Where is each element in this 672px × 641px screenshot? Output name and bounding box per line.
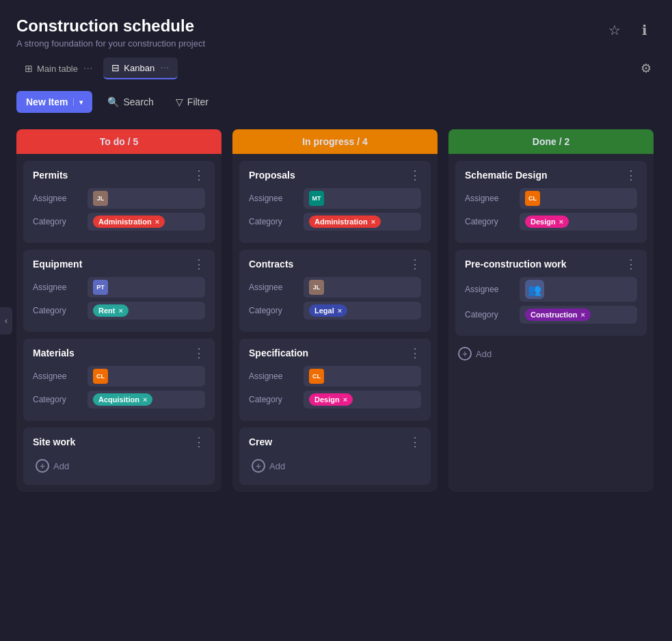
info-icon: ℹ xyxy=(642,22,647,38)
card-schematic-design: Schematic Design⋮AssigneeCLCategoryDesig… xyxy=(455,161,647,243)
column-body-done: Schematic Design⋮AssigneeCLCategoryDesig… xyxy=(448,154,654,492)
field-value-assignee-contracts[interactable]: JL xyxy=(304,277,421,298)
field-value-category-proposals[interactable]: Administration× xyxy=(304,213,421,231)
card-menu-contracts[interactable]: ⋮ xyxy=(409,258,421,270)
column-header-todo: To do / 5 xyxy=(16,129,221,154)
card-materials: Materials⋮AssigneeCLCategoryAcquisition× xyxy=(23,339,215,421)
card-menu-pre-construction[interactable]: ⋮ xyxy=(625,258,637,270)
field-assignee-pre-construction: Assignee👥 xyxy=(465,277,637,302)
avatar-materials: CL xyxy=(93,369,108,384)
tab-main-table[interactable]: ⊞ Main table ··· xyxy=(16,58,100,79)
category-tag-remove-proposals[interactable]: × xyxy=(371,218,375,226)
new-item-label: New Item xyxy=(26,96,68,107)
field-category-specification: CategoryDesign× xyxy=(249,391,421,408)
category-tag-specification: Design× xyxy=(309,393,353,406)
field-label-assignee-schematic-design: Assignee xyxy=(465,194,513,203)
filter-button[interactable]: ▽ Filter xyxy=(169,92,215,112)
card-menu-permits[interactable]: ⋮ xyxy=(193,169,205,181)
column-header-inprogress: In progress / 4 xyxy=(232,129,438,154)
category-tag-label-contracts: Legal xyxy=(314,306,334,315)
field-label-assignee-contracts: Assignee xyxy=(249,283,297,292)
field-assignee-materials: AssigneeCL xyxy=(33,366,205,387)
category-tag-remove-equipment[interactable]: × xyxy=(118,306,122,315)
category-tag-label-materials: Acquisition xyxy=(98,395,139,404)
tab-kanban[interactable]: ⊟ Kanban ··· xyxy=(103,57,177,79)
sidebar-toggle[interactable]: ‹ xyxy=(0,307,12,335)
avatar-specification: CL xyxy=(309,369,324,384)
field-value-assignee-materials[interactable]: CL xyxy=(88,366,205,387)
field-value-category-pre-construction[interactable]: Construction× xyxy=(520,306,637,324)
field-label-category-contracts: Category xyxy=(249,306,297,315)
category-tag-remove-pre-construction[interactable]: × xyxy=(580,311,584,319)
column-inprogress: In progress / 4Proposals⋮AssigneeMTCateg… xyxy=(232,129,438,492)
card-title-permits: Permits xyxy=(33,170,68,181)
category-tag-remove-schematic-design[interactable]: × xyxy=(559,218,563,226)
avatar-equipment: PT xyxy=(93,280,108,295)
add-button-crew[interactable]: +Add xyxy=(249,455,421,477)
category-tag-pre-construction: Construction× xyxy=(525,309,591,321)
field-value-assignee-permits[interactable]: JL xyxy=(88,188,205,209)
add-button-site-work[interactable]: +Add xyxy=(33,455,205,477)
field-value-category-permits[interactable]: Administration× xyxy=(88,213,205,231)
field-category-schematic-design: CategoryDesign× xyxy=(465,213,637,231)
settings-button[interactable]: ⚙ xyxy=(636,57,656,80)
new-item-arrow-icon[interactable]: ▾ xyxy=(73,99,83,106)
field-category-permits: CategoryAdministration× xyxy=(33,213,205,231)
header-icons: ☆ ℹ xyxy=(604,16,656,41)
field-category-contracts: CategoryLegal× xyxy=(249,302,421,319)
field-label-assignee-specification: Assignee xyxy=(249,371,297,381)
category-tag-label-permits: Administration xyxy=(98,218,152,226)
card-title-site-work: Site work xyxy=(33,436,75,447)
card-menu-site-work[interactable]: ⋮ xyxy=(193,436,205,448)
card-menu-equipment[interactable]: ⋮ xyxy=(193,258,205,270)
field-value-assignee-specification[interactable]: CL xyxy=(304,366,421,387)
card-header-equipment: Equipment⋮ xyxy=(33,258,205,270)
card-menu-schematic-design[interactable]: ⋮ xyxy=(625,169,637,181)
tab-main-table-dots[interactable]: ··· xyxy=(83,62,92,75)
field-category-pre-construction: CategoryConstruction× xyxy=(465,306,637,324)
add-button-column-done[interactable]: +Add xyxy=(455,343,647,365)
field-value-category-schematic-design[interactable]: Design× xyxy=(520,213,637,231)
field-assignee-permits: AssigneeJL xyxy=(33,188,205,209)
field-value-category-equipment[interactable]: Rent× xyxy=(88,302,205,319)
field-value-assignee-pre-construction[interactable]: 👥 xyxy=(520,277,637,302)
card-proposals: Proposals⋮AssigneeMTCategoryAdministrati… xyxy=(239,161,431,243)
header-left: Construction schedule A strong foundatio… xyxy=(16,16,205,49)
field-label-assignee-equipment: Assignee xyxy=(33,283,81,292)
card-menu-specification[interactable]: ⋮ xyxy=(409,347,421,359)
field-value-assignee-schematic-design[interactable]: CL xyxy=(520,188,637,209)
gear-icon: ⚙ xyxy=(641,62,651,75)
category-tag-remove-materials[interactable]: × xyxy=(143,395,147,404)
category-tag-label-equipment: Rent xyxy=(98,306,115,315)
header: Construction schedule A strong foundatio… xyxy=(0,0,672,49)
card-crew: Crew⋮+Add xyxy=(239,428,431,485)
card-menu-crew[interactable]: ⋮ xyxy=(409,436,421,448)
field-value-assignee-proposals[interactable]: MT xyxy=(304,188,421,209)
new-item-button[interactable]: New Item ▾ xyxy=(16,91,92,113)
field-label-category-schematic-design: Category xyxy=(465,217,513,226)
card-menu-proposals[interactable]: ⋮ xyxy=(409,169,421,181)
info-button[interactable]: ℹ xyxy=(634,19,656,41)
field-value-assignee-equipment[interactable]: PT xyxy=(88,277,205,298)
card-title-contracts: Contracts xyxy=(249,259,293,270)
field-value-category-specification[interactable]: Design× xyxy=(304,391,421,408)
star-button[interactable]: ☆ xyxy=(604,19,626,41)
card-header-schematic-design: Schematic Design⋮ xyxy=(465,169,637,181)
category-tag-remove-contracts[interactable]: × xyxy=(338,306,342,315)
column-todo: To do / 5Permits⋮AssigneeJLCategoryAdmin… xyxy=(16,129,221,492)
avatar-contracts: JL xyxy=(309,280,324,295)
column-body-todo: Permits⋮AssigneeJLCategoryAdministration… xyxy=(16,154,221,492)
search-button[interactable]: 🔍 Search xyxy=(100,92,160,112)
category-tag-remove-permits[interactable]: × xyxy=(155,218,159,226)
field-assignee-proposals: AssigneeMT xyxy=(249,188,421,209)
card-header-crew: Crew⋮ xyxy=(249,436,421,448)
field-value-category-materials[interactable]: Acquisition× xyxy=(88,391,205,408)
category-tag-proposals: Administration× xyxy=(309,215,381,228)
card-header-specification: Specification⋮ xyxy=(249,347,421,359)
column-header-done: Done / 2 xyxy=(448,129,654,154)
category-tag-remove-specification[interactable]: × xyxy=(343,395,347,404)
field-value-category-contracts[interactable]: Legal× xyxy=(304,302,421,319)
card-menu-materials[interactable]: ⋮ xyxy=(193,347,205,359)
tab-kanban-dots[interactable]: ··· xyxy=(160,62,169,74)
field-assignee-contracts: AssigneeJL xyxy=(249,277,421,298)
